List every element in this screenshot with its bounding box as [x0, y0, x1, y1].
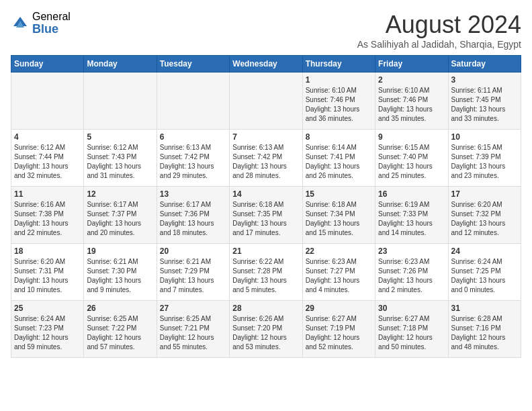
day-info: Sunrise: 6:11 AM Sunset: 7:45 PM Dayligh… — [451, 86, 518, 124]
day-cell: 21Sunrise: 6:22 AM Sunset: 7:28 PM Dayli… — [230, 244, 302, 301]
day-info: Sunrise: 6:26 AM Sunset: 7:20 PM Dayligh… — [232, 314, 299, 352]
day-cell: 7Sunrise: 6:13 AM Sunset: 7:42 PM Daylig… — [230, 130, 302, 187]
day-cell: 30Sunrise: 6:27 AM Sunset: 7:18 PM Dayli… — [375, 301, 448, 358]
col-header-saturday: Saturday — [448, 56, 521, 73]
day-cell: 22Sunrise: 6:23 AM Sunset: 7:27 PM Dayli… — [302, 244, 375, 301]
calendar-table: SundayMondayTuesdayWednesdayThursdayFrid… — [11, 55, 521, 358]
day-number: 22 — [306, 246, 372, 256]
day-cell: 4Sunrise: 6:12 AM Sunset: 7:44 PM Daylig… — [11, 130, 84, 187]
day-info: Sunrise: 6:27 AM Sunset: 7:18 PM Dayligh… — [378, 314, 445, 352]
day-info: Sunrise: 6:21 AM Sunset: 7:30 PM Dayligh… — [87, 257, 153, 295]
day-info: Sunrise: 6:19 AM Sunset: 7:33 PM Dayligh… — [378, 200, 445, 238]
day-cell — [84, 73, 157, 130]
day-cell: 15Sunrise: 6:18 AM Sunset: 7:34 PM Dayli… — [302, 187, 375, 244]
day-info: Sunrise: 6:20 AM Sunset: 7:32 PM Dayligh… — [451, 200, 518, 238]
day-number: 31 — [451, 304, 518, 313]
day-number: 9 — [378, 132, 445, 142]
day-cell: 25Sunrise: 6:24 AM Sunset: 7:23 PM Dayli… — [11, 301, 84, 358]
location-title: As Salihiyah al Jadidah, Sharqia, Egypt — [357, 39, 521, 50]
day-number: 18 — [14, 246, 81, 256]
day-cell: 13Sunrise: 6:17 AM Sunset: 7:36 PM Dayli… — [157, 187, 229, 244]
day-number: 29 — [306, 304, 372, 313]
day-number: 12 — [87, 189, 153, 199]
day-number: 19 — [87, 246, 153, 256]
day-number: 3 — [451, 75, 518, 85]
day-number: 26 — [87, 304, 153, 313]
week-row-4: 18Sunrise: 6:20 AM Sunset: 7:31 PM Dayli… — [11, 244, 521, 301]
week-row-1: 1Sunrise: 6:10 AM Sunset: 7:46 PM Daylig… — [11, 73, 521, 130]
day-cell: 29Sunrise: 6:27 AM Sunset: 7:19 PM Dayli… — [302, 301, 375, 358]
day-number: 25 — [14, 304, 81, 313]
day-number: 27 — [160, 304, 226, 313]
day-cell: 12Sunrise: 6:17 AM Sunset: 7:37 PM Dayli… — [84, 187, 157, 244]
day-info: Sunrise: 6:13 AM Sunset: 7:42 PM Dayligh… — [160, 143, 226, 181]
col-header-sunday: Sunday — [11, 56, 84, 73]
day-number: 11 — [14, 189, 81, 199]
col-header-wednesday: Wednesday — [230, 56, 302, 73]
day-info: Sunrise: 6:15 AM Sunset: 7:40 PM Dayligh… — [378, 143, 445, 181]
week-row-5: 25Sunrise: 6:24 AM Sunset: 7:23 PM Dayli… — [11, 301, 521, 358]
day-number: 13 — [160, 189, 226, 199]
day-info: Sunrise: 6:28 AM Sunset: 7:16 PM Dayligh… — [451, 314, 518, 352]
week-row-2: 4Sunrise: 6:12 AM Sunset: 7:44 PM Daylig… — [11, 130, 521, 187]
col-header-thursday: Thursday — [302, 56, 375, 73]
day-number: 4 — [14, 132, 81, 142]
day-cell: 28Sunrise: 6:26 AM Sunset: 7:20 PM Dayli… — [230, 301, 302, 358]
logo: General Blue — [11, 11, 71, 36]
day-cell: 2Sunrise: 6:10 AM Sunset: 7:46 PM Daylig… — [375, 73, 448, 130]
day-cell: 1Sunrise: 6:10 AM Sunset: 7:46 PM Daylig… — [302, 73, 375, 130]
day-info: Sunrise: 6:13 AM Sunset: 7:42 PM Dayligh… — [232, 143, 299, 181]
day-info: Sunrise: 6:12 AM Sunset: 7:43 PM Dayligh… — [87, 143, 153, 181]
day-cell: 9Sunrise: 6:15 AM Sunset: 7:40 PM Daylig… — [375, 130, 448, 187]
day-number: 17 — [451, 189, 518, 199]
day-cell: 3Sunrise: 6:11 AM Sunset: 7:45 PM Daylig… — [448, 73, 521, 130]
col-header-monday: Monday — [84, 56, 157, 73]
day-cell: 24Sunrise: 6:24 AM Sunset: 7:25 PM Dayli… — [448, 244, 521, 301]
day-cell: 20Sunrise: 6:21 AM Sunset: 7:29 PM Dayli… — [157, 244, 229, 301]
day-cell — [230, 73, 302, 130]
day-info: Sunrise: 6:25 AM Sunset: 7:22 PM Dayligh… — [87, 314, 153, 352]
day-number: 20 — [160, 246, 226, 256]
day-cell: 18Sunrise: 6:20 AM Sunset: 7:31 PM Dayli… — [11, 244, 84, 301]
day-info: Sunrise: 6:15 AM Sunset: 7:39 PM Dayligh… — [451, 143, 518, 181]
logo-icon — [11, 14, 30, 33]
day-info: Sunrise: 6:25 AM Sunset: 7:21 PM Dayligh… — [160, 314, 226, 352]
day-cell: 8Sunrise: 6:14 AM Sunset: 7:41 PM Daylig… — [302, 130, 375, 187]
day-number: 8 — [306, 132, 372, 142]
day-info: Sunrise: 6:21 AM Sunset: 7:29 PM Dayligh… — [160, 257, 226, 295]
logo-blue: Blue — [32, 23, 71, 36]
day-info: Sunrise: 6:10 AM Sunset: 7:46 PM Dayligh… — [378, 86, 445, 124]
day-number: 23 — [378, 246, 445, 256]
day-number: 16 — [378, 189, 445, 199]
day-cell: 31Sunrise: 6:28 AM Sunset: 7:16 PM Dayli… — [448, 301, 521, 358]
day-number: 15 — [306, 189, 372, 199]
header-row: SundayMondayTuesdayWednesdayThursdayFrid… — [11, 56, 521, 73]
day-number: 2 — [378, 75, 445, 85]
day-info: Sunrise: 6:20 AM Sunset: 7:31 PM Dayligh… — [14, 257, 81, 295]
logo-general: General — [32, 11, 71, 23]
day-number: 5 — [87, 132, 153, 142]
col-header-tuesday: Tuesday — [157, 56, 229, 73]
day-info: Sunrise: 6:27 AM Sunset: 7:19 PM Dayligh… — [306, 314, 372, 352]
day-info: Sunrise: 6:23 AM Sunset: 7:27 PM Dayligh… — [306, 257, 372, 295]
day-info: Sunrise: 6:16 AM Sunset: 7:38 PM Dayligh… — [14, 200, 81, 238]
day-cell: 10Sunrise: 6:15 AM Sunset: 7:39 PM Dayli… — [448, 130, 521, 187]
day-info: Sunrise: 6:18 AM Sunset: 7:35 PM Dayligh… — [232, 200, 299, 238]
day-cell: 17Sunrise: 6:20 AM Sunset: 7:32 PM Dayli… — [448, 187, 521, 244]
day-cell: 11Sunrise: 6:16 AM Sunset: 7:38 PM Dayli… — [11, 187, 84, 244]
day-cell: 14Sunrise: 6:18 AM Sunset: 7:35 PM Dayli… — [230, 187, 302, 244]
day-cell: 26Sunrise: 6:25 AM Sunset: 7:22 PM Dayli… — [84, 301, 157, 358]
day-number: 7 — [232, 132, 299, 142]
day-info: Sunrise: 6:10 AM Sunset: 7:46 PM Dayligh… — [306, 86, 372, 124]
week-row-3: 11Sunrise: 6:16 AM Sunset: 7:38 PM Dayli… — [11, 187, 521, 244]
day-info: Sunrise: 6:24 AM Sunset: 7:23 PM Dayligh… — [14, 314, 81, 352]
header: General Blue August 2024 As Salihiyah al… — [11, 11, 521, 50]
day-cell: 16Sunrise: 6:19 AM Sunset: 7:33 PM Dayli… — [375, 187, 448, 244]
day-cell: 6Sunrise: 6:13 AM Sunset: 7:42 PM Daylig… — [157, 130, 229, 187]
month-title: August 2024 — [357, 11, 521, 39]
day-number: 14 — [232, 189, 299, 199]
day-cell: 23Sunrise: 6:23 AM Sunset: 7:26 PM Dayli… — [375, 244, 448, 301]
day-cell — [11, 73, 84, 130]
day-number: 21 — [232, 246, 299, 256]
day-info: Sunrise: 6:22 AM Sunset: 7:28 PM Dayligh… — [232, 257, 299, 295]
